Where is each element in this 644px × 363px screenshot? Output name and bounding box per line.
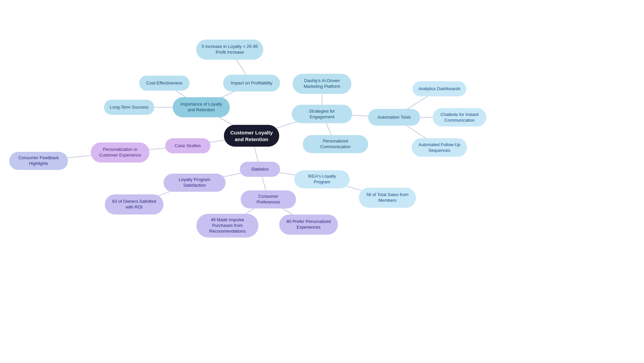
node-chatbots[interactable]: Chatbots for Instant Communication [433,108,486,127]
node-dashly[interactable]: Dashly's AI-Driven Marketing Platform [293,74,352,94]
node-longterm[interactable]: Long-Term Success [104,100,154,115]
node-personalized-comm[interactable]: Personalized Communication [303,135,368,153]
node-profit[interactable]: 5 Increase in Loyalty = 25-95 Profit Inc… [196,40,263,60]
node-automation[interactable]: Automation Tools [368,109,420,126]
node-followup[interactable]: Automated Follow-Up Sequences [412,138,467,157]
node-total-sales[interactable]: 58 of Total Sales from Members [359,188,416,208]
node-strategies[interactable]: Strategies for Engagement [292,105,352,123]
node-personalization[interactable]: Personalization in Customer Experience [91,142,150,163]
node-consumer-feedback[interactable]: Consumer Feedback Highlights [9,152,68,170]
node-impact[interactable]: Impact on Profitability [223,75,280,92]
node-consumer-prefs[interactable]: Consumer Preferences [241,190,296,208]
node-importance[interactable]: Importance of Loyalty and Retention [173,97,230,117]
node-analytics[interactable]: Analytics Dashboards [413,81,466,97]
center-node[interactable]: Customer Loyalty and Retention [224,125,279,147]
node-ikea[interactable]: IKEA's Loyalty Program [294,170,350,188]
node-personalized-exp[interactable]: 80 Prefer Personalized Experiences [279,215,338,235]
node-impulse[interactable]: 49 Made Impulse Purchases from Recommend… [197,214,259,238]
mindmap-container: Customer Loyalty and RetentionImportance… [0,0,644,363]
node-statistics[interactable]: Statistics [240,162,280,177]
node-cost[interactable]: Cost-Effectiveness [139,76,190,91]
node-case-studies[interactable]: Case Studies [165,138,211,154]
node-owners-roi[interactable]: 63 of Owners Satisfied with ROI [105,194,164,215]
node-loyalty-satisfaction[interactable]: Loyalty Program Satisfaction [164,174,226,192]
